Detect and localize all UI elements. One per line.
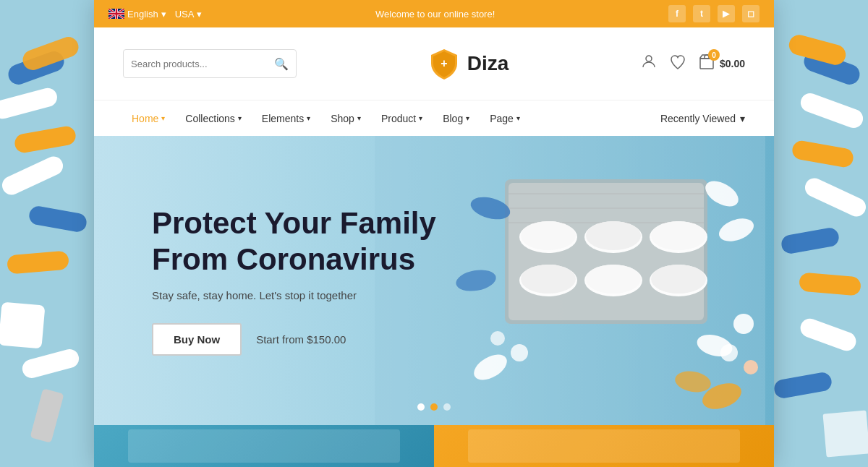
slider-dots: [417, 403, 451, 411]
wishlist-icon: [669, 53, 686, 71]
logo-text: Diza: [467, 52, 509, 75]
search-box[interactable]: 🔍: [123, 49, 297, 78]
product-chevron: ▾: [419, 114, 422, 122]
region-label: USA: [175, 9, 195, 20]
svg-point-15: [651, 221, 706, 250]
hero-subtitle: Stay safe, stay home. Let's stop it toge…: [152, 289, 436, 301]
cart-badge: 0: [708, 49, 720, 61]
region-selector[interactable]: USA ▾: [175, 9, 203, 20]
nav-item-product[interactable]: Product ▾: [373, 107, 431, 130]
elements-chevron: ▾: [307, 114, 310, 122]
recently-viewed-chevron: ▾: [740, 113, 745, 124]
header-actions: 0 $0.00: [640, 53, 745, 74]
svg-point-28: [744, 360, 758, 374]
page-chevron: ▾: [516, 114, 520, 122]
buy-now-button[interactable]: Buy Now: [152, 323, 242, 356]
collections-chevron: ▾: [238, 114, 242, 122]
region-chevron: ▾: [197, 9, 202, 20]
header: 🔍 + Diza: [94, 27, 774, 100]
navigation: Home ▾ Collections ▾ Elements ▾ Shop ▾ P…: [94, 100, 774, 136]
svg-point-13: [586, 221, 641, 250]
language-label: English: [127, 9, 158, 20]
uk-flag-icon: [109, 9, 124, 19]
svg-point-17: [521, 265, 576, 294]
svg-point-29: [511, 344, 528, 361]
strip-card-2[interactable]: [434, 425, 774, 467]
language-chevron: ▾: [161, 9, 166, 20]
strip-card-1[interactable]: [94, 425, 434, 467]
blog-chevron: ▾: [466, 114, 469, 122]
bottom-strip: [94, 425, 774, 467]
search-input[interactable]: [131, 59, 268, 69]
nav-item-home[interactable]: Home ▾: [123, 107, 174, 130]
hero-section: Protect Your Family From Coronavirus Sta…: [94, 136, 774, 425]
svg-point-11: [521, 221, 576, 250]
shop-chevron: ▾: [357, 114, 361, 122]
nav-item-elements[interactable]: Elements ▾: [253, 107, 319, 130]
logo[interactable]: + Diza: [428, 48, 509, 80]
hero-actions: Buy Now Start from $150.00: [152, 323, 436, 356]
svg-text:+: +: [441, 57, 447, 69]
twitter-icon[interactable]: t: [693, 5, 710, 22]
logo-shield-icon: +: [428, 48, 460, 80]
account-icon[interactable]: [640, 53, 658, 74]
nav-item-page[interactable]: Page ▾: [481, 107, 529, 130]
dot-2[interactable]: [430, 403, 438, 411]
dot-1[interactable]: [417, 403, 425, 411]
nav-item-shop[interactable]: Shop ▾: [322, 107, 370, 130]
svg-point-27: [720, 344, 738, 361]
dot-3[interactable]: [443, 403, 451, 411]
nav-item-blog[interactable]: Blog ▾: [434, 107, 478, 130]
top-bar-left: English ▾ USA ▾: [109, 9, 202, 20]
hero-price-text: Start from $150.00: [256, 333, 346, 346]
svg-point-2: [646, 56, 652, 61]
svg-point-21: [651, 265, 706, 294]
top-bar: English ▾ USA ▾ Welcome to our online st…: [94, 0, 774, 27]
cart-icon-wrapper: 0: [698, 53, 715, 74]
wishlist-wrapper[interactable]: [669, 53, 686, 74]
recently-viewed[interactable]: Recently Viewed ▾: [660, 113, 745, 124]
language-selector[interactable]: English ▾: [109, 9, 166, 20]
nav-item-collections[interactable]: Collections ▾: [176, 107, 250, 130]
instagram-icon[interactable]: ◻: [742, 5, 760, 22]
cart-button[interactable]: 0 $0.00: [698, 53, 745, 74]
home-chevron: ▾: [161, 114, 165, 122]
hero-title: Protect Your Family From Coronavirus: [152, 205, 436, 278]
svg-point-19: [586, 265, 641, 294]
welcome-message: Welcome to our online store!: [375, 9, 495, 20]
facebook-icon[interactable]: f: [668, 5, 686, 22]
nav-links: Home ▾ Collections ▾ Elements ▾ Shop ▾ P…: [123, 107, 529, 130]
search-button[interactable]: 🔍: [274, 57, 289, 71]
social-icons: f t ▶ ◻: [668, 5, 760, 22]
cart-price: $0.00: [720, 58, 745, 69]
svg-point-26: [733, 314, 754, 334]
youtube-icon[interactable]: ▶: [718, 5, 735, 22]
